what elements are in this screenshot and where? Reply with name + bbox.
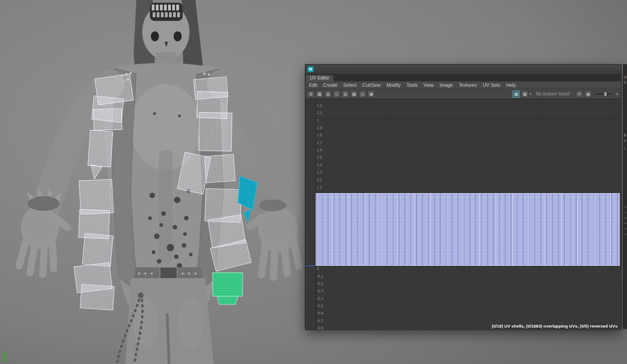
menu-item[interactable]: Textures — [459, 82, 477, 88]
menu-item[interactable]: Tools — [406, 82, 418, 88]
uv-shell-block[interactable] — [316, 193, 620, 266]
maya-app-icon: M — [308, 66, 314, 72]
frame-border-icon[interactable]: ◫ — [333, 90, 340, 98]
axis-label: -0.6 — [317, 309, 328, 317]
chevron-down-icon: ▾ — [624, 147, 625, 150]
axis-label: -0.2 — [317, 280, 328, 287]
axis-label: 1.4 — [317, 161, 328, 169]
menu-item[interactable]: UV Sets — [483, 82, 500, 88]
update-texture-icon[interactable]: ⟳ — [576, 90, 583, 98]
axis-label: -0.4 — [317, 295, 328, 302]
axis-label: 1.7 — [317, 139, 328, 146]
uv-snapshot-icon[interactable]: ▣ — [584, 90, 592, 98]
axis-label: 2 — [317, 117, 328, 124]
toolbar: ⊞▦▤◫▥▦◎▣ ▨ ▩ ▾ No texture found ⟳ ▣ » — [305, 89, 621, 99]
uv-canvas[interactable]: 2.22.121.91.81.71.61.51.41.31.21.10-0.1-… — [305, 99, 621, 330]
tab-uv-editor[interactable]: UV Editor — [305, 75, 334, 81]
window-titlebar[interactable]: M — [305, 65, 621, 75]
origin-tick — [305, 265, 315, 266]
axis-label: 0 — [317, 265, 328, 272]
menu-item[interactable]: Help — [506, 82, 516, 88]
truncated-panel-text — [624, 218, 627, 218]
grid-line-v2 — [305, 119, 621, 119]
uv-status-text: (0/19) UV shells, (0/1683) overlapping U… — [492, 324, 617, 329]
truncated-panel-text — [624, 207, 627, 207]
slider-knob[interactable] — [604, 92, 607, 96]
axis-label: -0.3 — [317, 287, 328, 294]
panel-letter: U — [624, 75, 627, 79]
stacked-rows-icon[interactable]: ▥ — [342, 90, 349, 98]
truncated-panel-text — [624, 223, 627, 224]
menu-item[interactable]: Modify — [386, 82, 400, 88]
layout-icon[interactable]: ▤ — [324, 90, 332, 98]
menu-item[interactable]: Create — [323, 82, 338, 88]
grid-line-v0 — [305, 266, 621, 266]
axis-label: 2.1 — [317, 109, 328, 116]
menu-bar: EditCreateSelectCut/SewModifyToolsViewIm… — [305, 81, 621, 89]
panel-letter: S — [624, 133, 626, 137]
axis-label: 2.2 — [317, 102, 328, 109]
checker-map-icon[interactable]: ▩ — [521, 90, 528, 98]
truncated-panel-text — [624, 229, 627, 229]
axis-label: 1.9 — [317, 124, 328, 131]
menu-item[interactable]: Cut/Sew — [363, 82, 381, 88]
axis-label: 1.6 — [317, 146, 328, 154]
grid-icon[interactable]: ▦ — [316, 90, 323, 98]
axis-label: 1.1 — [317, 184, 328, 191]
no-texture-label: No texture found — [536, 91, 570, 96]
menu-item[interactable]: View — [423, 82, 434, 88]
dropdown-arrow-icon[interactable]: ▾ — [530, 92, 532, 96]
uv-editor-window: M UV Editor EditCreateSelectCut/SewModif… — [305, 64, 622, 329]
axis-label: 1.2 — [317, 176, 328, 183]
view-axis-gizmo — [4, 353, 5, 362]
menu-item[interactable]: Edit — [309, 82, 317, 88]
checker-grid-icon[interactable]: ▦ — [350, 90, 358, 98]
expand-toolbar-icon[interactable]: » — [616, 91, 618, 96]
truncated-panel-text — [624, 234, 627, 234]
axis-label: 1.5 — [317, 154, 328, 161]
truncated-panel-text — [624, 212, 627, 213]
camera-icon[interactable]: ▣ — [368, 90, 375, 98]
axis-label: -0.8 — [317, 324, 328, 330]
menu-item[interactable]: Image — [440, 82, 453, 88]
axis-label: -0.1 — [317, 273, 328, 280]
menu-item[interactable]: Select — [343, 82, 357, 88]
tab-strip: UV Editor — [305, 75, 621, 81]
image-dim-slider[interactable] — [596, 91, 612, 97]
axis-label: -0.5 — [317, 302, 328, 309]
toolbar-right-group: ▨ ▩ ▾ No texture found ⟳ ▣ » — [513, 90, 619, 98]
toolbar-left-icons: ⊞▦▤◫▥▦◎▣ — [307, 90, 376, 98]
texture-display-icon[interactable]: ▨ — [513, 90, 520, 98]
panel-letter: T — [624, 139, 626, 143]
target-icon[interactable]: ◎ — [359, 90, 366, 98]
axis-label: 1.8 — [317, 131, 328, 139]
truncated-side-panel: U C S T ▾ — [623, 64, 627, 329]
panel-letter: C — [624, 80, 627, 85]
axis-label: -0.7 — [317, 317, 328, 324]
dim-image-icon[interactable]: ⊞ — [307, 90, 314, 98]
axis-label: 1.3 — [317, 169, 328, 176]
